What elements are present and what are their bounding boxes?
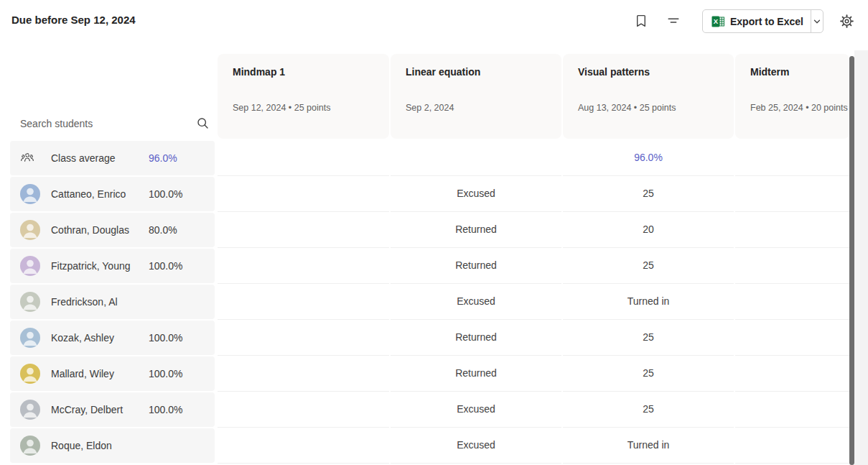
student-row[interactable]: Fredrickson, Al [10, 285, 215, 319]
grade-cell[interactable]: Returned [391, 356, 561, 392]
student-name: Cothran, Douglas [51, 213, 129, 247]
grade-cell[interactable] [391, 140, 561, 176]
search-icon[interactable] [196, 116, 210, 130]
student-average: 100.0% [149, 177, 182, 211]
student-name: Roque, Eldon [51, 428, 112, 463]
student-name: McCray, Delbert [51, 392, 123, 427]
grade-cell[interactable] [735, 428, 849, 464]
student-row[interactable]: Cothran, Douglas 80.0% [10, 213, 215, 247]
class-average-row[interactable]: Class average 96.0% [10, 141, 215, 175]
grade-cell[interactable]: 25 [563, 176, 734, 212]
assignment-due-points: Aug 13, 2024 • 25 points [578, 103, 676, 113]
vertical-scrollbar-thumb[interactable] [849, 56, 854, 465]
assignment-header[interactable]: Midterm Feb 25, 2024 • 20 points [735, 54, 849, 139]
grade-cell[interactable] [218, 284, 389, 320]
filter-button[interactable] [662, 9, 685, 32]
grade-cell[interactable]: Returned [391, 212, 561, 248]
student-avatar [20, 292, 40, 312]
settings-button[interactable] [835, 9, 858, 32]
grade-cell[interactable]: Returned [391, 248, 561, 284]
grade-cell[interactable]: Excused [391, 392, 561, 428]
grade-cell[interactable]: Excused [391, 176, 561, 212]
chevron-down-icon [812, 17, 822, 27]
student-average: 100.0% [149, 392, 182, 427]
person-icon [20, 328, 40, 348]
grade-cell[interactable] [735, 176, 849, 212]
student-name: Fredrickson, Al [51, 285, 118, 319]
student-avatar [20, 184, 40, 204]
person-icon [20, 436, 40, 456]
assignment-header[interactable]: Visual patterns Aug 13, 2024 • 25 points [563, 54, 734, 139]
grade-cell[interactable] [735, 212, 849, 248]
grade-cell[interactable]: Turned in [563, 284, 734, 320]
student-row[interactable]: Mallard, Wiley 100.0% [10, 356, 215, 391]
export-to-excel-label: Export to Excel [730, 16, 803, 27]
grade-cell[interactable] [735, 392, 849, 428]
student-average: 80.0% [149, 213, 177, 247]
grade-cell[interactable] [735, 140, 849, 176]
assignment-due-points: Sep 2, 2024 [406, 103, 454, 113]
assignment-title: Midterm [750, 66, 849, 78]
export-to-excel-button[interactable]: X Export to Excel [703, 10, 811, 32]
student-row[interactable]: Kozak, Ashley 100.0% [10, 321, 215, 355]
student-name: Fitzpatrick, Young [51, 249, 131, 283]
assignment-due-points: Sep 12, 2024 • 25 points [233, 103, 330, 113]
grade-cell[interactable]: 25 [563, 392, 734, 428]
grade-cell[interactable] [735, 356, 849, 392]
bookmark-icon [634, 14, 648, 28]
assignment-due-points: Feb 25, 2024 • 20 points [750, 103, 848, 113]
student-avatar [20, 256, 40, 276]
student-avatar [20, 364, 40, 384]
student-avatar [20, 436, 40, 456]
student-name: Mallard, Wiley [51, 356, 114, 391]
student-avatar [20, 220, 40, 240]
grade-cell[interactable] [735, 248, 849, 284]
student-average: 100.0% [149, 249, 182, 283]
person-icon [20, 256, 40, 276]
grade-cell[interactable] [735, 284, 849, 320]
svg-text:X: X [714, 17, 719, 25]
person-icon [20, 364, 40, 384]
search-students-input[interactable] [20, 112, 185, 135]
grade-cell[interactable]: 25 [563, 320, 734, 356]
assignment-header[interactable]: Linear equation Sep 2, 2024 [391, 54, 561, 139]
student-row[interactable]: Cattaneo, Enrico 100.0% [10, 177, 215, 211]
grade-cell[interactable]: Turned in [563, 428, 734, 464]
export-menu-chevron-button[interactable] [811, 10, 823, 32]
grade-cell[interactable] [218, 356, 389, 392]
people-team-icon [20, 151, 34, 165]
grade-cell[interactable]: Excused [391, 284, 561, 320]
grade-cell[interactable] [218, 212, 389, 248]
bookmark-button[interactable] [630, 9, 653, 32]
student-name: Kozak, Ashley [51, 321, 114, 355]
grade-cell[interactable] [218, 248, 389, 284]
export-to-excel-split-button: X Export to Excel [702, 9, 823, 33]
grade-cell[interactable] [218, 176, 389, 212]
assignment-header[interactable]: Mindmap 1 Sep 12, 2024 • 25 points [218, 54, 389, 139]
class-average-label: Class average [51, 141, 116, 175]
grade-cell[interactable]: Excused [391, 428, 561, 464]
grade-cell[interactable]: 25 [563, 356, 734, 392]
vertical-scrollbar-track[interactable] [854, 50, 868, 465]
grade-cell[interactable] [218, 428, 389, 464]
grade-cell[interactable]: Returned [391, 320, 561, 356]
assignment-title: Mindmap 1 [233, 66, 389, 78]
grade-cell[interactable]: 25 [563, 248, 734, 284]
person-icon [20, 400, 40, 420]
grade-cell[interactable] [218, 392, 389, 428]
student-avatar [20, 400, 40, 420]
grade-cell[interactable] [735, 320, 849, 356]
student-name: Cattaneo, Enrico [51, 177, 126, 211]
grade-cell[interactable]: 96.0% [563, 140, 734, 176]
grade-cell[interactable] [218, 140, 389, 176]
student-row[interactable]: McCray, Delbert 100.0% [10, 392, 215, 427]
student-avatar [20, 328, 40, 348]
student-average: 100.0% [149, 321, 182, 355]
grade-cell[interactable] [218, 320, 389, 356]
assignment-title: Linear equation [406, 66, 561, 78]
excel-icon: X [711, 15, 724, 28]
grade-cell[interactable]: 20 [563, 212, 734, 248]
student-row[interactable]: Roque, Eldon [10, 428, 215, 463]
person-icon [20, 220, 40, 240]
student-row[interactable]: Fitzpatrick, Young 100.0% [10, 249, 215, 283]
